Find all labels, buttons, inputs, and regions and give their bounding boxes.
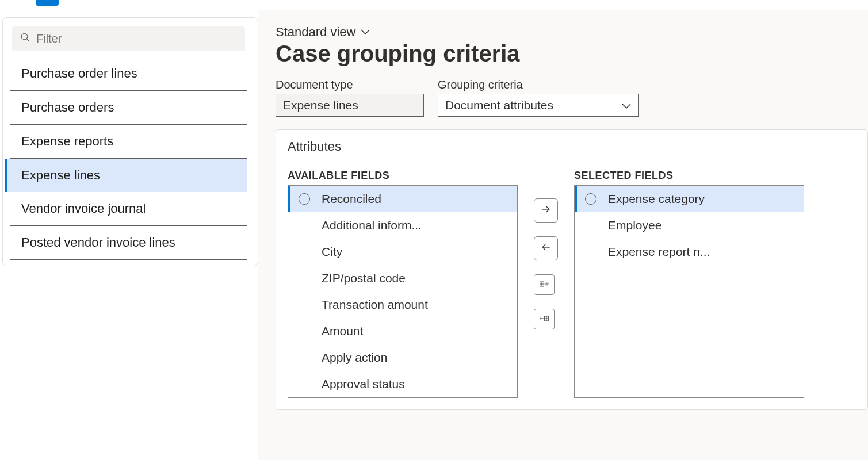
radio-icon <box>585 193 596 205</box>
move-all-right-icon <box>540 281 549 289</box>
arrow-left-icon <box>540 241 552 256</box>
list-item[interactable]: Apply action <box>288 344 517 371</box>
grouping-criteria-label: Grouping criteria <box>438 78 639 91</box>
list-item-label: Employee <box>608 218 661 232</box>
sidebar: Purchase order lines Purchase orders Exp… <box>2 17 258 266</box>
sidebar-item-expense-lines[interactable]: Expense lines <box>5 159 247 192</box>
list-item[interactable]: Approval status <box>288 371 517 397</box>
filter-input[interactable] <box>36 32 237 45</box>
main-content: Standard view Case grouping criteria Doc… <box>258 10 868 460</box>
available-fields-heading: AVAILABLE FIELDS <box>288 170 518 182</box>
list-item-label: Expense category <box>608 192 705 206</box>
list-item[interactable]: Transaction amount <box>288 292 517 318</box>
available-fields-column: AVAILABLE FIELDS Reconciled Additional i… <box>288 170 518 398</box>
attributes-title: Attributes <box>288 139 856 154</box>
chevron-down-icon <box>360 27 370 37</box>
list-item-label: Additional inform... <box>322 218 422 232</box>
svg-line-1 <box>26 39 29 41</box>
list-item[interactable]: ZIP/postal code <box>288 265 517 292</box>
radio-icon <box>299 193 310 205</box>
top-toolbar <box>0 0 868 10</box>
move-all-right-button[interactable] <box>534 274 555 295</box>
page-title: Case grouping criteria <box>276 41 868 67</box>
list-item[interactable]: City <box>288 239 517 265</box>
list-item[interactable]: Additional inform... <box>288 212 517 239</box>
sidebar-item-purchase-orders[interactable]: Purchase orders <box>10 91 247 125</box>
selected-fields-list[interactable]: Expense category Employee Expense report… <box>574 185 804 398</box>
list-item[interactable]: Expense report n... <box>575 239 804 265</box>
view-selector[interactable]: Standard view <box>276 25 868 40</box>
move-buttons <box>534 170 558 329</box>
grouping-criteria-value: Document attributes <box>445 98 553 112</box>
sidebar-item-expense-reports[interactable]: Expense reports <box>10 125 247 159</box>
list-item-label: Reconciled <box>322 192 381 206</box>
sidebar-item-purchase-order-lines[interactable]: Purchase order lines <box>10 57 247 91</box>
list-item-label: Amount <box>322 324 363 338</box>
chevron-down-icon <box>621 98 632 112</box>
svg-point-0 <box>21 33 28 40</box>
filter-box[interactable] <box>12 26 245 51</box>
move-all-left-button[interactable] <box>534 309 555 329</box>
search-icon <box>20 32 30 45</box>
panel-divider <box>276 159 867 159</box>
field-row: Document type Expense lines Grouping cri… <box>276 78 868 117</box>
toolbar-active-indicator <box>36 0 59 6</box>
list-item[interactable]: Reconciled <box>288 186 517 212</box>
move-left-button[interactable] <box>534 236 558 260</box>
list-item-label: Transaction amount <box>322 298 428 312</box>
dual-list: AVAILABLE FIELDS Reconciled Additional i… <box>288 170 856 398</box>
document-type-group: Document type Expense lines <box>276 78 424 117</box>
document-type-field[interactable]: Expense lines <box>276 94 424 117</box>
grouping-criteria-field[interactable]: Document attributes <box>438 94 639 117</box>
sidebar-item-vendor-invoice-journal[interactable]: Vendor invoice journal <box>10 192 247 226</box>
list-item-label: City <box>322 245 342 259</box>
grouping-criteria-group: Grouping criteria Document attributes <box>438 78 639 117</box>
move-all-left-icon <box>540 315 549 324</box>
move-right-button[interactable] <box>534 198 558 223</box>
list-item[interactable]: Expense category <box>575 186 804 212</box>
list-item-label: ZIP/postal code <box>322 271 406 285</box>
selected-fields-heading: SELECTED FIELDS <box>574 170 804 182</box>
attributes-panel: Attributes AVAILABLE FIELDS Reconciled A… <box>276 129 868 410</box>
list-item-label: Approval status <box>322 377 405 391</box>
document-type-label: Document type <box>276 78 424 91</box>
nav-list: Purchase order lines Purchase orders Exp… <box>5 57 252 260</box>
list-item[interactable]: Employee <box>575 212 804 239</box>
list-item-label: Expense report n... <box>608 245 710 259</box>
list-item-label: Apply action <box>322 351 387 365</box>
list-item[interactable]: Amount <box>288 318 517 344</box>
available-fields-list[interactable]: Reconciled Additional inform... City ZIP… <box>288 185 518 398</box>
selected-fields-column: SELECTED FIELDS Expense category Employe… <box>574 170 804 398</box>
arrow-right-icon <box>540 204 552 218</box>
view-selector-label: Standard view <box>276 25 355 40</box>
sidebar-item-posted-vendor-invoice-lines[interactable]: Posted vendor invoice lines <box>10 226 247 260</box>
